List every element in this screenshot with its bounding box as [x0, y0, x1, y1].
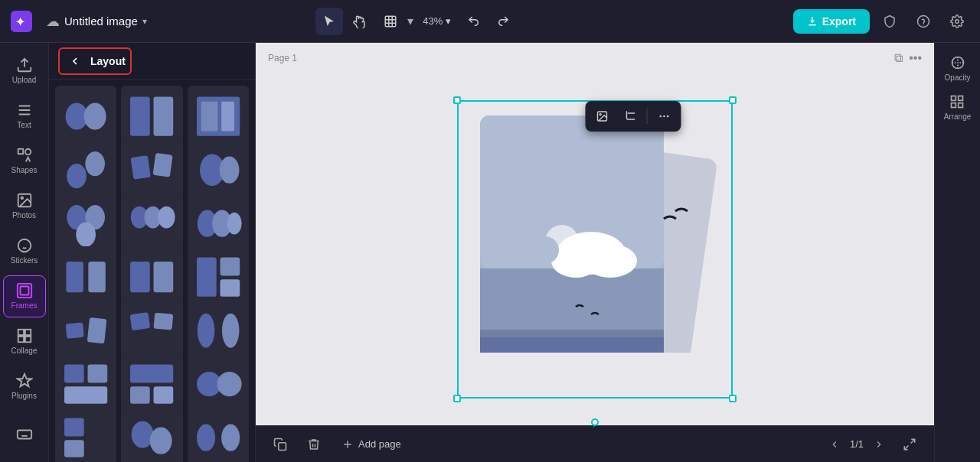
frame-resize-button[interactable] — [377, 8, 404, 35]
svg-point-9 — [18, 239, 31, 252]
sidebar-item-text[interactable]: Text — [3, 94, 46, 136]
frame-item-3[interactable] — [188, 86, 249, 147]
page-nav: 1/1 — [825, 435, 888, 454]
add-page-button[interactable]: Add page — [335, 435, 407, 454]
sidebar-item-keyboard[interactable] — [3, 414, 46, 456]
bottom-bar: Add page 1/1 — [256, 425, 934, 462]
redo-button[interactable] — [489, 8, 517, 35]
frame-item-5[interactable] — [121, 139, 182, 200]
svg-rect-16 — [17, 431, 31, 439]
frame-item-6[interactable] — [188, 139, 249, 200]
sidebar-item-photos[interactable]: Photos — [3, 184, 46, 226]
sidebar-item-plugins[interactable]: Plugins — [3, 366, 46, 408]
frame-item-16[interactable] — [55, 353, 116, 415]
sidebar-item-stickers[interactable]: Stickers — [3, 229, 46, 272]
duplicate-page-icon[interactable]: ⧉ — [894, 51, 903, 65]
next-page-button[interactable] — [870, 435, 888, 454]
frame-item-12[interactable] — [188, 246, 249, 307]
panel-title: Layout — [90, 55, 126, 67]
frame-item-8[interactable] — [121, 193, 182, 254]
svg-point-18 — [84, 102, 106, 129]
shield-icon-button[interactable] — [876, 8, 903, 35]
frame-item-19[interactable] — [55, 407, 116, 462]
add-page-label: Add page — [358, 438, 401, 450]
page-number: 1/1 — [850, 438, 864, 450]
main-area: Upload Text Shapes Photos Stickers Frame… — [0, 43, 980, 462]
resize-handle-br[interactable] — [729, 395, 737, 402]
more-options-icon[interactable]: ••• — [909, 51, 922, 65]
svg-rect-27 — [153, 153, 173, 177]
app-logo[interactable]: ✦ — [9, 9, 34, 34]
float-toolbar — [586, 101, 681, 132]
svg-rect-81 — [480, 337, 664, 353]
frame-item-11[interactable] — [121, 246, 182, 307]
replace-image-button[interactable] — [590, 104, 615, 129]
layout-back-button[interactable]: Layout — [58, 47, 132, 75]
topbar: ✦ ☁ Untitled image ▾ ▾ 43% ▾ — [0, 0, 980, 43]
svg-rect-42 — [154, 262, 174, 292]
duplicate-icon[interactable] — [268, 432, 292, 457]
opacity-control[interactable]: Opacity — [945, 55, 971, 82]
frame-item-14[interactable] — [121, 300, 182, 361]
prev-page-button[interactable] — [825, 435, 844, 454]
svg-rect-55 — [130, 364, 173, 382]
svg-rect-45 — [220, 279, 240, 296]
select-tool-button[interactable] — [315, 8, 343, 35]
selected-element[interactable] — [457, 100, 733, 399]
zoom-control[interactable]: 43% ▾ — [416, 12, 457, 30]
frame-item-1[interactable] — [55, 86, 116, 147]
opacity-label: Opacity — [945, 73, 971, 82]
svg-rect-20 — [154, 96, 174, 135]
svg-rect-46 — [66, 323, 84, 339]
hand-tool-button[interactable] — [346, 8, 374, 35]
frame-item-15[interactable] — [188, 300, 249, 361]
back-arrow[interactable] — [64, 50, 86, 72]
svg-point-32 — [76, 223, 96, 247]
svg-rect-43 — [197, 257, 217, 296]
svg-point-68 — [660, 116, 661, 116]
arrange-label: Arrange — [944, 112, 972, 121]
settings-icon-button[interactable] — [943, 8, 971, 35]
crop-button[interactable] — [618, 104, 642, 129]
svg-point-79 — [531, 236, 559, 264]
resize-handle-bl[interactable] — [453, 395, 461, 402]
svg-point-70 — [668, 116, 668, 116]
zoom-value: 43% — [423, 15, 443, 27]
expand-button[interactable] — [897, 432, 922, 457]
more-toolbar-button[interactable] — [652, 104, 677, 129]
sidebar-item-collage[interactable]: Collage — [3, 320, 46, 363]
sidebar-label-text: Text — [17, 121, 31, 129]
svg-rect-41 — [130, 262, 150, 292]
frame-item-9[interactable] — [188, 193, 249, 254]
sidebar-label-upload: Upload — [12, 76, 37, 84]
svg-rect-83 — [279, 442, 286, 450]
svg-rect-54 — [64, 386, 107, 403]
resize-handle-tl[interactable] — [453, 96, 461, 104]
frame-item-13[interactable] — [55, 300, 116, 361]
frame-item-10[interactable] — [55, 246, 116, 307]
frame-item-20[interactable] — [121, 407, 182, 462]
frame-item-21[interactable] — [188, 407, 249, 462]
document-title[interactable]: Untitled image — [64, 15, 138, 28]
frame-item-7[interactable] — [55, 193, 116, 254]
resize-handle-tr[interactable] — [729, 96, 737, 104]
canvas-top-right: ⧉ ••• — [894, 51, 922, 65]
delete-icon[interactable] — [302, 432, 326, 457]
sidebar-item-frames[interactable]: Frames — [3, 275, 46, 317]
frame-item-2[interactable] — [121, 86, 182, 147]
undo-button[interactable] — [460, 8, 488, 35]
frame-item-18[interactable] — [188, 353, 249, 415]
rotate-handle[interactable] — [591, 418, 599, 426]
zoom-chevron: ▾ — [446, 15, 451, 27]
export-button[interactable]: Export — [793, 9, 870, 34]
frame-item-17[interactable] — [121, 353, 182, 415]
svg-rect-11 — [20, 287, 28, 295]
sidebar-item-upload[interactable]: Upload — [3, 49, 46, 91]
title-chevron-icon[interactable]: ▾ — [142, 16, 147, 27]
arrange-control[interactable]: Arrange — [944, 94, 972, 121]
help-icon-button[interactable] — [910, 8, 937, 35]
frame-item-4[interactable] — [55, 139, 116, 200]
svg-point-59 — [217, 372, 241, 396]
sidebar-item-shapes[interactable]: Shapes — [3, 139, 46, 181]
svg-rect-82 — [457, 353, 733, 399]
